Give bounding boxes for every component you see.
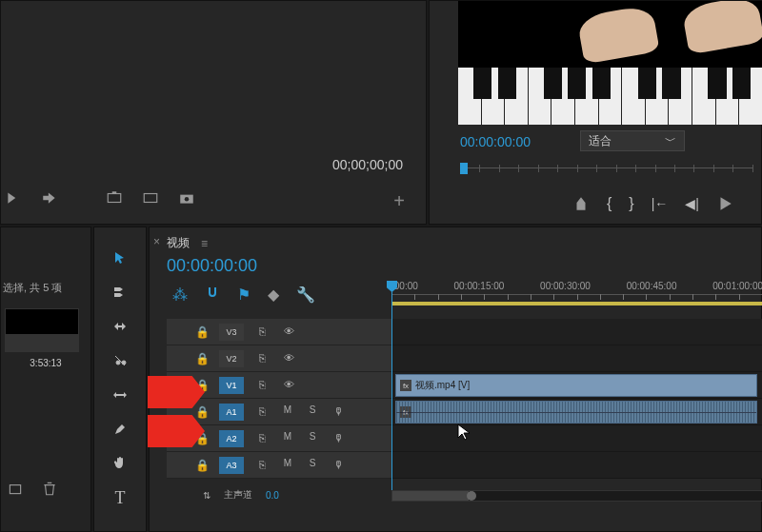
close-sequence-icon[interactable]: × bbox=[153, 235, 160, 248]
audio-clip[interactable]: fx bbox=[395, 401, 757, 424]
go-to-in-icon[interactable]: |← bbox=[652, 196, 669, 211]
mark-in-brace-icon[interactable]: { bbox=[607, 195, 612, 212]
insert-mode-icon[interactable]: ⁂ bbox=[172, 286, 188, 304]
sync-lock-icon[interactable]: ⎘ bbox=[253, 350, 271, 367]
program-monitor-panel: 00:00:00:00 适合 ﹀ { } |← ◀| bbox=[429, 0, 762, 225]
track-tag-v2[interactable]: V2 bbox=[219, 350, 244, 367]
sync-lock-icon[interactable]: ⎘ bbox=[253, 324, 271, 341]
track-tag-v3[interactable]: V3 bbox=[219, 324, 244, 341]
track-body-v1[interactable]: fx 视频.mp4 [V] bbox=[391, 372, 762, 399]
track-tag-a2[interactable]: A2 bbox=[219, 430, 244, 447]
add-button-icon[interactable]: + bbox=[393, 190, 405, 212]
ruler-tick-label: 00:00:45:00 bbox=[627, 281, 677, 291]
new-bin-icon[interactable] bbox=[7, 480, 24, 497]
track-select-forward-tool[interactable] bbox=[109, 281, 131, 304]
mark-out-brace-icon[interactable]: } bbox=[629, 195, 633, 212]
track-header-a1[interactable]: 🔒 A1 ⎘ M S 🎙 bbox=[167, 399, 391, 425]
zoom-handle-right[interactable] bbox=[467, 491, 476, 501]
lock-icon[interactable]: 🔒 bbox=[195, 405, 210, 419]
project-panel: 选择, 共 5 项 3:53:13 bbox=[0, 227, 91, 532]
settings-wrench-icon[interactable]: 🔧 bbox=[296, 286, 315, 304]
track-body-v2[interactable] bbox=[391, 345, 762, 372]
track-header-a3[interactable]: 🔒 A3 ⎘ M S 🎙 bbox=[167, 452, 391, 479]
track-tag-a1[interactable]: A1 bbox=[219, 404, 244, 421]
track-header-v3[interactable]: 🔒 V3 ⎘ 👁 bbox=[167, 319, 391, 345]
mute-button[interactable]: M bbox=[280, 458, 295, 473]
timeline-playhead[interactable] bbox=[391, 281, 392, 490]
add-marker-icon[interactable] bbox=[572, 195, 590, 212]
source-insert-overwrite-row bbox=[5, 189, 195, 207]
pen-tool[interactable] bbox=[109, 418, 131, 441]
voice-over-mic-icon[interactable]: 🎙 bbox=[330, 457, 347, 474]
collapse-icon[interactable]: ⇅ bbox=[203, 490, 211, 501]
solo-button[interactable]: S bbox=[305, 404, 320, 420]
source-timecode[interactable]: 00;00;00;00 bbox=[332, 157, 403, 172]
track-tag-v1[interactable]: V1 bbox=[219, 377, 244, 394]
track-tag-a3[interactable]: A3 bbox=[219, 457, 244, 474]
video-clip[interactable]: fx 视频.mp4 [V] bbox=[395, 374, 757, 397]
project-selection-info: 选择, 共 5 项 bbox=[1, 227, 90, 303]
solo-button[interactable]: S bbox=[305, 431, 320, 446]
master-value[interactable]: 0.0 bbox=[266, 490, 279, 501]
ruler-tick-label: 00:00:15:00 bbox=[454, 281, 505, 291]
ruler-tick-label: 00:00:30:00 bbox=[540, 281, 591, 291]
insert-icon[interactable] bbox=[41, 189, 58, 207]
panel-menu-icon[interactable]: ≡ bbox=[201, 237, 208, 250]
marker-icon[interactable]: ◆ bbox=[268, 286, 279, 304]
track-header-v2[interactable]: 🔒 V2 ⎘ 👁 bbox=[167, 345, 391, 372]
selection-tool[interactable] bbox=[109, 246, 131, 269]
solo-button[interactable]: S bbox=[305, 458, 320, 473]
track-body-a1[interactable]: fx bbox=[391, 399, 762, 425]
chevron-down-icon: ﹀ bbox=[665, 133, 676, 149]
ripple-edit-tool[interactable] bbox=[109, 315, 131, 338]
type-tool[interactable]: T bbox=[109, 486, 131, 509]
sync-lock-icon[interactable]: ⎘ bbox=[253, 457, 271, 474]
program-scrubber[interactable] bbox=[460, 161, 753, 174]
sync-lock-icon[interactable]: ⎘ bbox=[253, 430, 271, 447]
lock-icon[interactable]: 🔒 bbox=[195, 459, 210, 472]
export-frame2-icon[interactable] bbox=[142, 189, 159, 207]
sync-lock-icon[interactable]: ⎘ bbox=[253, 377, 271, 394]
sequence-tab-label[interactable]: 视频 bbox=[167, 235, 190, 251]
snap-icon[interactable] bbox=[205, 285, 220, 304]
lock-icon[interactable]: 🔒 bbox=[195, 352, 210, 365]
step-back-icon[interactable]: ◀| bbox=[685, 196, 699, 211]
slip-tool[interactable] bbox=[109, 384, 131, 406]
track-body-a3[interactable] bbox=[391, 452, 762, 479]
delete-icon[interactable] bbox=[41, 480, 58, 497]
camera-icon[interactable] bbox=[178, 189, 195, 207]
tool-palette: T bbox=[93, 227, 147, 532]
clip-label: 视频.mp4 [V] bbox=[415, 379, 470, 392]
mute-button[interactable]: M bbox=[280, 404, 295, 420]
play-icon[interactable] bbox=[716, 195, 733, 212]
zoom-fit-dropdown[interactable]: 适合 ﹀ bbox=[580, 130, 685, 151]
scroll-thumb[interactable] bbox=[392, 491, 469, 501]
eye-icon[interactable]: 👁 bbox=[280, 377, 297, 394]
timeline-timecode[interactable]: 00:00:00:00 bbox=[167, 256, 257, 276]
ruler-tick-label: 00:01:00:00 bbox=[712, 281, 762, 291]
svg-rect-5 bbox=[10, 485, 20, 494]
voice-over-mic-icon[interactable]: 🎙 bbox=[330, 430, 347, 447]
eye-icon[interactable]: 👁 bbox=[280, 324, 297, 341]
track-body-v3[interactable] bbox=[391, 319, 762, 345]
voice-over-mic-icon[interactable]: 🎙 bbox=[330, 404, 347, 421]
svg-rect-0 bbox=[108, 194, 121, 203]
program-transport: { } |← ◀| bbox=[572, 195, 733, 212]
time-ruler[interactable]: :00:00 00:00:15:00 00:00:30:00 00:00:45:… bbox=[391, 281, 762, 309]
razor-tool[interactable] bbox=[109, 349, 131, 372]
project-clip-duration: 3:53:13 bbox=[1, 358, 90, 368]
eye-icon[interactable]: 👁 bbox=[280, 350, 297, 367]
linked-selection-icon[interactable]: ⚑ bbox=[237, 286, 251, 304]
hand-tool[interactable] bbox=[109, 452, 131, 475]
mute-button[interactable]: M bbox=[280, 431, 295, 446]
sync-lock-icon[interactable]: ⎘ bbox=[253, 404, 271, 421]
track-body-a2[interactable] bbox=[391, 425, 762, 452]
timeline-zoom-scrollbar[interactable] bbox=[391, 490, 762, 502]
project-clip-thumbnail[interactable] bbox=[5, 308, 79, 352]
program-timecode[interactable]: 00:00:00:00 bbox=[460, 134, 531, 149]
lock-icon[interactable]: 🔒 bbox=[195, 325, 210, 339]
export-frame-icon[interactable] bbox=[106, 189, 123, 207]
mark-in-icon[interactable] bbox=[5, 189, 22, 207]
program-playhead-handle[interactable] bbox=[460, 163, 468, 174]
program-preview[interactable] bbox=[458, 1, 762, 125]
